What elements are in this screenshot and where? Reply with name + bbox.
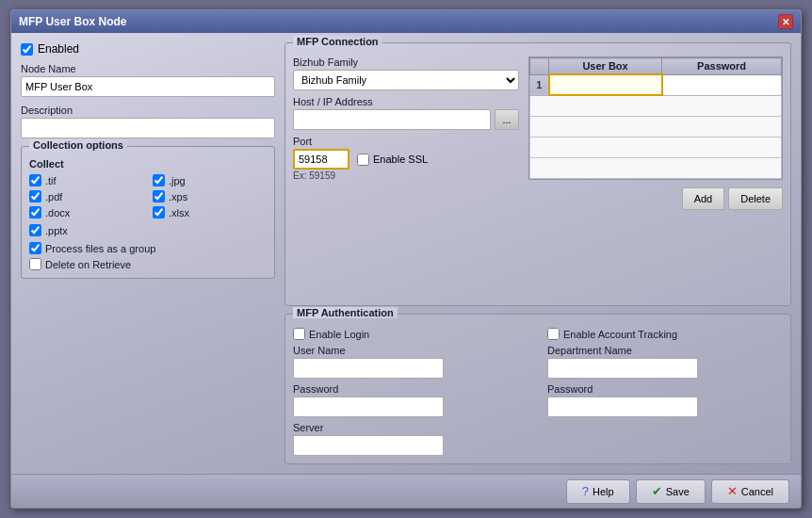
enabled-row: Enabled xyxy=(21,42,275,56)
right-panel: MFP Connection Bizhub Family Bizhub Fami… xyxy=(284,42,791,464)
port-example: Ex: 59159 xyxy=(293,170,519,181)
dialog-window: MFP User Box Node ✕ Enabled Node Name De… xyxy=(10,9,802,509)
collection-options-title: Collection options xyxy=(29,139,127,151)
process-files-row: Process files as a group xyxy=(29,242,267,254)
user-box-col-header: User Box xyxy=(549,58,662,75)
delete-on-retrieve-row: Delete on Retrieve xyxy=(29,258,267,270)
ssl-row: Enable SSL xyxy=(357,154,428,166)
jpg-label: .jpg xyxy=(169,175,186,186)
docx-checkbox[interactable] xyxy=(29,206,41,219)
auth-username-field: User Name xyxy=(293,345,528,379)
process-files-checkbox[interactable] xyxy=(29,242,41,254)
user-box-table: User Box Password 1 xyxy=(529,57,782,179)
enabled-checkbox[interactable] xyxy=(21,43,33,56)
mfp-connection-title: MFP Connection xyxy=(293,36,382,47)
tif-checkbox[interactable] xyxy=(29,174,41,186)
auth-left: Enable Login User Name Password Server xyxy=(293,328,528,456)
auth-password-input[interactable] xyxy=(293,397,444,417)
row-num-cell: 1 xyxy=(530,74,549,95)
bizhub-family-field: Bizhub Family Bizhub Family xyxy=(293,57,519,90)
title-bar: MFP User Box Node ✕ xyxy=(11,10,801,33)
process-files-label: Process files as a group xyxy=(45,243,155,254)
dialog-title: MFP User Box Node xyxy=(19,15,126,28)
cancel-icon: ✕ xyxy=(727,484,738,498)
cancel-button[interactable]: ✕ Cancel xyxy=(711,479,789,504)
enable-login-label: Enable Login xyxy=(309,329,369,340)
password-cell[interactable] xyxy=(662,74,782,95)
pdf-label: .pdf xyxy=(45,191,62,202)
table-row: 1 xyxy=(530,74,782,95)
empty-row-4 xyxy=(530,157,782,178)
enabled-label: Enabled xyxy=(38,42,79,56)
enable-account-tracking-label: Enable Account Tracking xyxy=(563,329,677,340)
xlsx-checkbox[interactable] xyxy=(153,206,165,219)
port-field: Port Enable SSL Ex: 59159 xyxy=(293,136,519,181)
tif-label: .tif xyxy=(45,175,57,186)
pptx-checkbox[interactable] xyxy=(29,224,41,236)
docx-row: .docx xyxy=(29,206,143,219)
mfp-connection-group: MFP Connection Bizhub Family Bizhub Fami… xyxy=(284,42,791,306)
dept-name-field: Department Name xyxy=(547,345,783,379)
dialog-footer: ? Help ✔ Save ✕ Cancel xyxy=(11,474,801,508)
help-icon: ? xyxy=(582,484,589,498)
auth-password-label: Password xyxy=(293,383,528,395)
empty-row-1 xyxy=(530,95,782,116)
collection-options-group: Collection options Collect .tif .jpg .pd… xyxy=(21,146,275,279)
dept-password-input[interactable] xyxy=(547,397,698,417)
xlsx-label: .xlsx xyxy=(169,207,189,219)
user-box-table-container: User Box Password 1 xyxy=(528,57,783,180)
close-button[interactable]: ✕ xyxy=(778,14,793,29)
auth-password-field: Password xyxy=(293,383,528,417)
save-icon: ✔ xyxy=(652,484,662,498)
help-label: Help xyxy=(593,486,614,497)
help-button[interactable]: ? Help xyxy=(566,479,630,504)
bottom-checkboxes: Process files as a group Delete on Retri… xyxy=(29,242,267,270)
node-name-input[interactable] xyxy=(21,76,275,97)
enable-account-tracking-checkbox[interactable] xyxy=(547,328,560,340)
enable-login-row: Enable Login xyxy=(293,328,528,340)
save-label: Save xyxy=(666,486,690,497)
host-ip-field: Host / IP Address ... xyxy=(293,96,519,130)
auth-server-field: Server xyxy=(293,422,528,456)
user-box-cell[interactable] xyxy=(549,74,662,95)
xps-row: .xps xyxy=(153,190,267,202)
description-label: Description xyxy=(21,105,275,116)
add-button[interactable]: Add xyxy=(682,187,725,210)
checkbox-grid: .tif .jpg .pdf .xps xyxy=(29,174,267,219)
host-row: ... xyxy=(293,109,519,130)
auth-username-input[interactable] xyxy=(293,358,444,379)
connection-left: Bizhub Family Bizhub Family Host / IP Ad… xyxy=(293,57,519,210)
ellipsis-button[interactable]: ... xyxy=(495,109,519,130)
delete-button[interactable]: Delete xyxy=(728,187,783,210)
port-input[interactable] xyxy=(293,149,349,170)
auth-username-label: User Name xyxy=(293,345,528,356)
left-panel: Enabled Node Name Description Collection… xyxy=(21,42,275,464)
enable-ssl-label: Enable SSL xyxy=(373,154,428,165)
delete-on-retrieve-checkbox[interactable] xyxy=(29,258,41,270)
jpg-checkbox[interactable] xyxy=(153,174,165,186)
dept-name-label: Department Name xyxy=(547,345,783,356)
xps-label: .xps xyxy=(169,191,187,202)
host-ip-input[interactable] xyxy=(293,109,491,130)
pdf-row: .pdf xyxy=(29,190,143,202)
mfp-auth-group: MFP Authentication Enable Login User Nam… xyxy=(284,314,791,464)
auth-server-label: Server xyxy=(293,422,528,433)
dept-name-input[interactable] xyxy=(547,358,698,379)
xps-checkbox[interactable] xyxy=(153,190,165,202)
docx-label: .docx xyxy=(45,207,70,219)
empty-row-2 xyxy=(530,116,782,137)
save-button[interactable]: ✔ Save xyxy=(636,479,706,504)
port-label: Port xyxy=(293,136,519,147)
auth-server-input[interactable] xyxy=(293,435,444,456)
bizhub-family-select[interactable]: Bizhub Family xyxy=(293,70,519,90)
enable-ssl-checkbox[interactable] xyxy=(357,154,369,166)
description-input[interactable] xyxy=(21,118,275,138)
host-ip-label: Host / IP Address xyxy=(293,96,519,107)
jpg-row: .jpg xyxy=(153,174,267,186)
dept-password-label: Password xyxy=(547,383,783,395)
mfp-auth-title: MFP Authentication xyxy=(293,307,398,318)
tif-row: .tif xyxy=(29,174,143,186)
add-delete-row: Add Delete xyxy=(528,187,783,210)
enable-login-checkbox[interactable] xyxy=(293,328,305,340)
pdf-checkbox[interactable] xyxy=(29,190,41,202)
